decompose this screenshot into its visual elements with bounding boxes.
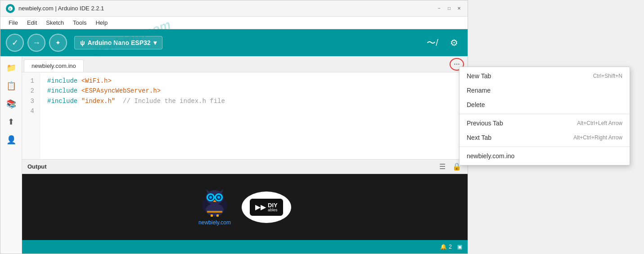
window-title: newbiely.com | Arduino IDE 2.2.1	[18, 5, 436, 12]
status-bar: 🔔 2 ▣	[22, 240, 468, 254]
context-menu-section-3: newbiely.com.ino	[459, 147, 630, 165]
delete-label: Delete	[467, 101, 485, 108]
minimize-button[interactable]: −	[436, 5, 442, 12]
output-controls: ☰ 🔒	[437, 161, 462, 172]
ables-text: ables	[268, 208, 278, 212]
library-icon: 📚	[6, 99, 16, 109]
code-line-3: #include "index.h" // Include the index.…	[47, 96, 460, 106]
serial-monitor-button[interactable]: 〜/	[424, 35, 441, 51]
usb-icon: ψ	[80, 39, 85, 46]
serial-plotter-button[interactable]: ⚙	[446, 35, 462, 51]
context-menu-section-1: New Tab Ctrl+Shift+N Rename Delete	[459, 67, 630, 114]
window-icon: ▣	[457, 244, 462, 250]
sidebar-files-button[interactable]: 📁	[3, 60, 19, 76]
context-menu-file-item[interactable]: newbiely.com.ino	[459, 149, 630, 163]
notification-number: 2	[449, 244, 452, 250]
board-name: Arduino Nano ESP32	[88, 39, 151, 46]
verify-icon: ✓	[12, 38, 18, 48]
main-content: 📁 📋 📚 ⬆ 👤 newbiely.com.ino ···	[0, 56, 468, 254]
app-icon: A	[6, 4, 15, 13]
toolbar-right: 〜/ ⚙	[424, 35, 462, 51]
svg-point-10	[209, 196, 212, 199]
output-header: Output ☰ 🔒	[22, 160, 468, 174]
line-num-1: 1	[27, 76, 34, 86]
upload-button[interactable]: →	[27, 34, 45, 52]
owl-svg	[199, 188, 230, 218]
svg-text:A: A	[9, 7, 11, 10]
svg-point-11	[217, 196, 220, 199]
menu-help[interactable]: Help	[91, 17, 112, 29]
line-num-4: 4	[27, 106, 34, 116]
context-menu: New Tab Ctrl+Shift+N Rename Delete Previ…	[459, 67, 630, 165]
tab-bar: newbiely.com.ino ···	[22, 56, 468, 72]
editor-area: newbiely.com.ino ··· 1 2 3 4 #include <W…	[22, 56, 468, 254]
ide-window: A newbiely.com | Arduino IDE 2.2.1 − □ ✕…	[0, 0, 468, 254]
folder-icon: 📁	[6, 63, 16, 73]
sidebar-libraries-button[interactable]: 📚	[3, 96, 19, 112]
context-menu-section-2: Previous Tab Alt+Ctrl+Left Arrow Next Ta…	[459, 114, 630, 147]
sidebar-profile-button[interactable]: 👤	[3, 132, 19, 148]
context-menu-delete[interactable]: Delete	[459, 98, 630, 112]
dropdown-icon: ▾	[153, 39, 157, 46]
menu-edit[interactable]: Edit	[23, 17, 41, 29]
hamburger-icon: ☰	[439, 162, 446, 171]
menu-bar: File Edit Sketch Tools Help	[0, 17, 468, 29]
diy-ables-logo: ▶▶ DIY ables	[242, 192, 291, 223]
previous-tab-shortcut: Alt+Ctrl+Left Arrow	[577, 120, 622, 126]
notification-count[interactable]: 🔔 2	[440, 244, 452, 250]
sidebar-sketchbook-button[interactable]: 📋	[3, 78, 19, 94]
owl-logo: newbiely.com	[198, 188, 231, 226]
svg-rect-14	[211, 214, 213, 217]
active-tab[interactable]: newbiely.com.ino	[24, 59, 84, 72]
maximize-button[interactable]: □	[446, 5, 452, 12]
window-status[interactable]: ▣	[457, 244, 462, 250]
code-editor[interactable]: 1 2 3 4 #include <WiFi.h> #include <ESPA…	[22, 72, 468, 159]
notification-icon: 🔔	[440, 244, 447, 250]
context-menu-rename[interactable]: Rename	[459, 83, 630, 98]
code-line-2: #include <ESPAsyncWebServer.h>	[47, 86, 460, 96]
menu-sketch[interactable]: Sketch	[41, 17, 68, 29]
file-item-label: newbiely.com.ino	[467, 152, 514, 160]
context-menu-previous-tab[interactable]: Previous Tab Alt+Ctrl+Left Arrow	[459, 116, 630, 130]
close-button[interactable]: ✕	[456, 5, 462, 12]
output-logos: newbiely.com ▶▶ DIY ables	[198, 188, 291, 226]
owl-label: newbiely.com	[198, 219, 231, 226]
new-tab-shortcut: Ctrl+Shift+N	[593, 73, 622, 79]
context-menu-next-tab[interactable]: Next Tab Alt+Ctrl+Right Arrow	[459, 130, 630, 145]
output-menu-button[interactable]: ☰	[437, 161, 448, 172]
debug-icon: ✦	[55, 39, 61, 46]
profile-icon: 👤	[6, 135, 16, 145]
diy-text: DIY	[268, 202, 278, 208]
svg-rect-15	[216, 214, 219, 217]
serial-monitor-icon: 〜/	[427, 37, 438, 49]
boards-icon: ⬆	[8, 117, 14, 127]
previous-tab-label: Previous Tab	[467, 120, 503, 127]
verify-button[interactable]: ✓	[6, 34, 24, 52]
svg-rect-16	[207, 211, 222, 213]
output-content: newbiely.com ▶▶ DIY ables	[22, 174, 468, 240]
output-title: Output	[27, 163, 437, 170]
sidebar: 📁 📋 📚 ⬆ 👤	[0, 56, 22, 254]
code-content[interactable]: #include <WiFi.h> #include <ESPAsyncWebS…	[40, 72, 468, 159]
context-menu-new-tab[interactable]: New Tab Ctrl+Shift+N	[459, 69, 630, 83]
code-line-4	[47, 106, 460, 116]
new-tab-label: New Tab	[467, 72, 491, 80]
diy-arrows-icon: ▶▶	[255, 203, 266, 211]
sidebar-boards-button[interactable]: ⬆	[3, 114, 19, 130]
window-controls: − □ ✕	[436, 5, 462, 12]
output-panel: Output ☰ 🔒	[22, 159, 468, 240]
next-tab-label: Next Tab	[467, 134, 491, 141]
title-bar: A newbiely.com | Arduino IDE 2.2.1 − □ ✕	[0, 0, 468, 17]
line-num-2: 2	[27, 86, 34, 96]
debug-button[interactable]: ✦	[49, 34, 67, 52]
line-num-3: 3	[27, 96, 34, 106]
rename-label: Rename	[467, 87, 491, 94]
next-tab-shortcut: Alt+Ctrl+Right Arrow	[573, 134, 622, 141]
menu-tools[interactable]: Tools	[68, 17, 91, 29]
upload-icon: →	[32, 38, 41, 48]
serial-plotter-icon: ⚙	[450, 37, 458, 48]
line-numbers: 1 2 3 4	[22, 72, 40, 159]
board-selector[interactable]: ψ Arduino Nano ESP32 ▾	[74, 36, 162, 49]
menu-file[interactable]: File	[4, 17, 23, 29]
code-line-1: #include <WiFi.h>	[47, 76, 460, 86]
